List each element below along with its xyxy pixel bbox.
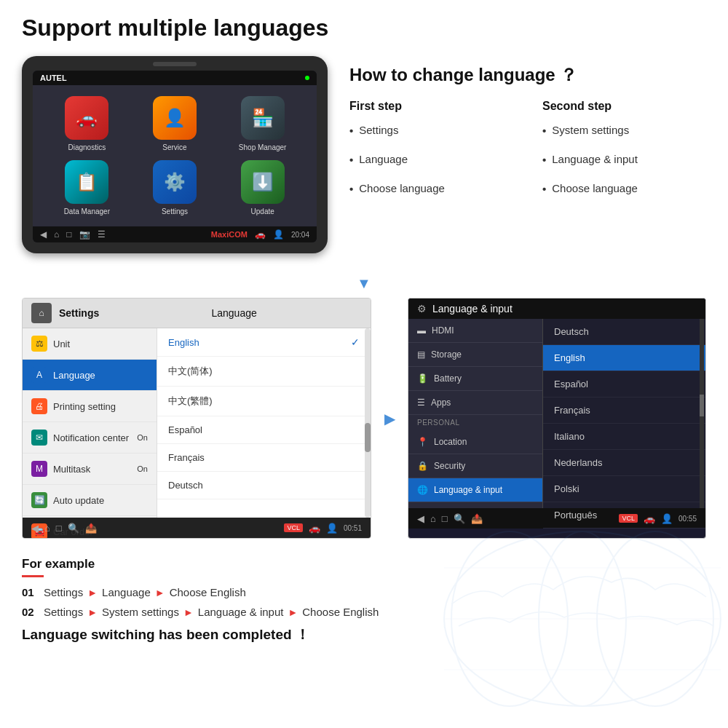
sysset-scrollbar[interactable]	[700, 319, 704, 508]
list-item[interactable]: 🚗 Diagnostics	[47, 96, 127, 151]
home-sysset-icon: ⌂	[430, 513, 436, 524]
list-item[interactable]: A Language	[23, 360, 157, 391]
list-item[interactable]: 👤 Service	[135, 96, 215, 151]
list-item[interactable]: M Multitask On	[23, 454, 157, 485]
list-item[interactable]: English	[543, 345, 705, 371]
settings-sidebar: ⚖ Unit A Language 🖨 Printing setting ✉ N…	[23, 328, 157, 518]
app-label: Update	[251, 207, 274, 215]
list-item[interactable]: Français	[157, 444, 371, 472]
sysset-item-label: Security	[434, 461, 465, 471]
share-nav-icon: 📤	[85, 523, 97, 534]
list-item: • Language	[349, 153, 513, 166]
list-item[interactable]: ⟳ Reset	[408, 502, 542, 508]
app-grid: 🚗 Diagnostics 👤 Service 🏪 Shop Manager 📋…	[33, 85, 317, 226]
unit-icon: ⚖	[31, 336, 47, 352]
list-item[interactable]: 📍 Location	[408, 430, 542, 454]
sidebar-item-label: Multitask	[53, 464, 90, 475]
list-item[interactable]: 中文(简体)	[157, 357, 371, 387]
arrow-icon: ►	[288, 606, 298, 618]
tablet-device: AUTEL 🚗 Diagnostics 👤 Service 🏪 Shop Man…	[22, 56, 328, 253]
list-item[interactable]: ⬇️ Update	[223, 160, 302, 215]
scrollbar[interactable]	[365, 328, 371, 518]
screen-topbar: ⌂ Settings Language	[23, 298, 371, 328]
screenshots-row: ⌂ Settings Language ⚖ Unit A Language 🖨 …	[22, 298, 706, 539]
scrollbar-thumb	[365, 423, 371, 452]
status-dot	[305, 76, 309, 80]
example-row-2: 02 Settings ► System settings ► Language…	[22, 606, 706, 618]
step-text: System settings	[552, 124, 629, 136]
screen-body: ⚖ Unit A Language 🖨 Printing setting ✉ N…	[23, 328, 371, 518]
list-item[interactable]: Deutsch	[157, 472, 371, 499]
step-text: Language	[359, 153, 408, 165]
app-label: Diagnostics	[68, 143, 106, 151]
bullet: •	[542, 183, 546, 195]
multitask-value: On	[137, 464, 148, 473]
tablet-bottombar: ◀ ⌂ □ 📷 ☰ MaxiCOM 🚗 👤 20:04	[33, 226, 317, 242]
list-item[interactable]: ⚖ Unit	[23, 328, 157, 360]
lang-option-label: Deutsch	[554, 326, 589, 337]
time-display: 00:51	[344, 524, 362, 532]
home-nav-icon: ⌂	[44, 523, 50, 534]
list-item[interactable]: 🔒 Security	[408, 454, 542, 478]
example-step: Language	[102, 586, 151, 598]
list-item[interactable]: Español	[543, 371, 705, 397]
list-item[interactable]: English ✓	[157, 328, 371, 357]
car-icon: 🚗	[255, 229, 266, 240]
list-item: • System settings	[542, 124, 706, 137]
person-icon: 👤	[273, 229, 284, 240]
update-icon: ⬇️	[241, 160, 285, 204]
language-options-panel: Deutsch English Español Français Italian…	[543, 319, 705, 508]
language-label: Español	[168, 424, 202, 435]
step-text: Settings	[359, 124, 398, 136]
sysset-sidebar: ▬ HDMI ▤ Storage 🔋 Battery ☰ Apps PERSON…	[408, 319, 543, 508]
list-item[interactable]: 🖨 Printing setting	[23, 391, 157, 422]
system-settings-screenshot: ⚙ Language & input ▬ HDMI ▤ Storage 🔋 Ba…	[408, 298, 706, 539]
list-item[interactable]: Français	[543, 397, 705, 424]
lang-option-label: Français	[554, 405, 590, 416]
app-label: Service	[162, 143, 186, 151]
bullet: •	[542, 124, 546, 137]
list-item[interactable]: 📋 Data Manager	[47, 160, 127, 215]
sysset-item-label: HDMI	[432, 325, 454, 336]
list-item[interactable]: 🔋 Battery	[408, 367, 542, 391]
list-item[interactable]: ▬ HDMI	[408, 319, 542, 343]
lang-input-icon: 🌐	[417, 485, 428, 495]
language-label: Deutsch	[168, 480, 203, 491]
lang-option-label: Italiano	[554, 431, 585, 442]
list-item[interactable]: Polski	[543, 476, 705, 502]
list-item[interactable]: 🏪 Shop Manager	[223, 96, 302, 151]
step-text: Language & input	[552, 153, 638, 165]
sysset-item-label: Battery	[434, 373, 462, 384]
sysset-item-label: Apps	[431, 397, 451, 408]
list-item[interactable]: 中文(繁體)	[157, 387, 371, 416]
list-item[interactable]: ☰ Apps	[408, 391, 542, 415]
vcl-badge: VCL	[284, 523, 303, 532]
tablet-topbar: AUTEL	[33, 71, 317, 85]
personal-section-label: PERSONAL	[408, 415, 542, 430]
bullet: •	[349, 124, 353, 137]
sidebar-item-label: Printing setting	[53, 401, 116, 412]
sidebar-item-label: Auto update	[53, 495, 104, 506]
list-item[interactable]: Italiano	[543, 424, 705, 450]
list-item[interactable]: 🔄 Auto update	[23, 485, 157, 516]
howto-columns: First step • Settings • Language • Choos…	[349, 100, 706, 211]
person-nav-icon: 👤	[326, 523, 338, 534]
list-item[interactable]: Deutsch	[543, 319, 705, 345]
arrow-right-icon: ▶	[384, 410, 395, 427]
arrow-icon: ►	[155, 587, 165, 598]
list-item[interactable]: 🌐 Language & input	[408, 478, 542, 502]
list-item[interactable]: ⚙️ Settings	[135, 160, 215, 215]
example-num-1: 01	[22, 586, 39, 598]
home-button[interactable]: ⌂	[31, 303, 52, 323]
apps-icon: ☰	[417, 397, 425, 408]
list-item[interactable]: Español	[157, 416, 371, 444]
list-item[interactable]: Nederlands	[543, 450, 705, 476]
screen-title: Settings	[59, 307, 99, 319]
storage-icon: ▤	[417, 349, 425, 360]
shopmanager-icon: 🏪	[241, 96, 285, 140]
howto-title: How to change language ？	[349, 63, 706, 87]
bullet: •	[542, 154, 546, 166]
list-item[interactable]: ▤ Storage	[408, 343, 542, 367]
back-nav-icon: ◀	[31, 523, 39, 534]
list-item[interactable]: ✉ Notification center On	[23, 422, 157, 454]
